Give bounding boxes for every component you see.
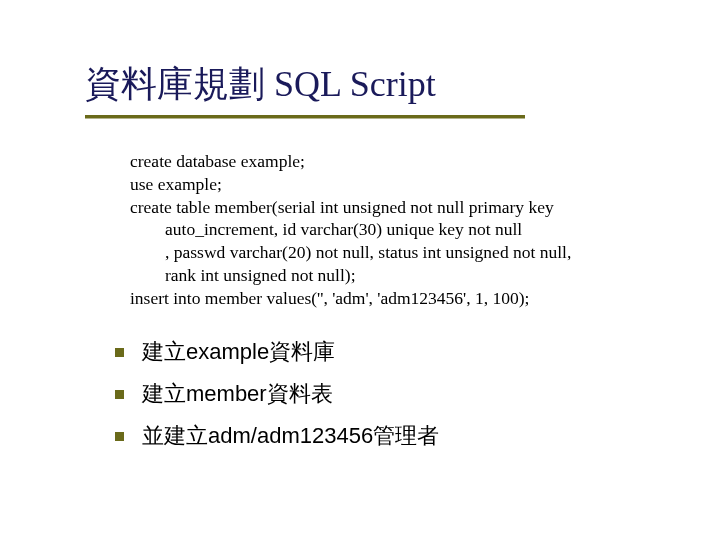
code-line: rank int unsigned not null); [130, 265, 356, 285]
code-line: create table member(serial int unsigned … [130, 197, 554, 217]
square-bullet-icon [115, 348, 124, 357]
bullet-text: 並建立adm/adm123456管理者 [142, 421, 439, 451]
code-line: insert into member values('', 'adm', 'ad… [130, 288, 529, 308]
bullet-text: 建立example資料庫 [142, 337, 335, 367]
sql-code-block: create database example; use example; cr… [130, 150, 720, 309]
slide-title: 資料庫規劃 SQL Script [85, 60, 720, 109]
list-item: 建立member資料表 [115, 379, 720, 409]
code-line: create database example; [130, 151, 305, 171]
bullet-text: 建立member資料表 [142, 379, 333, 409]
code-line: use example; [130, 174, 222, 194]
code-line: auto_increment, id varchar(30) unique ke… [130, 219, 522, 239]
list-item: 建立example資料庫 [115, 337, 720, 367]
square-bullet-icon [115, 432, 124, 441]
square-bullet-icon [115, 390, 124, 399]
bullet-list: 建立example資料庫 建立member資料表 並建立adm/adm12345… [115, 337, 720, 451]
code-line: , passwd varchar(20) not null, status in… [130, 242, 571, 262]
title-underline [85, 115, 525, 118]
list-item: 並建立adm/adm123456管理者 [115, 421, 720, 451]
